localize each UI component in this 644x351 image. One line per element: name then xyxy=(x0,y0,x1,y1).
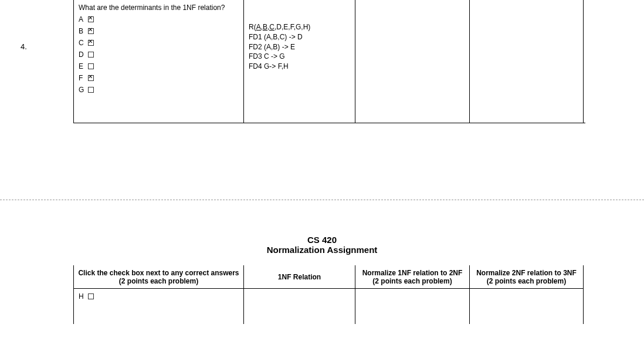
row-number: 4. xyxy=(21,42,27,51)
checkbox-h[interactable] xyxy=(88,293,94,299)
fd1: FD1 (A,B,C) -> D xyxy=(249,32,350,42)
option-a: A xyxy=(79,15,239,23)
page-bottom: CS 420 Normalization Assignment Click th… xyxy=(0,235,644,324)
header-checkbox-col: Click the check box next to any correct … xyxy=(73,265,243,289)
option-e: E xyxy=(79,62,239,70)
question-column: What are the determinants in the 1NF rel… xyxy=(73,0,243,123)
page-break xyxy=(0,200,644,200)
fd4: FD4 G-> F,H xyxy=(249,62,350,72)
body-1nf-col xyxy=(243,289,355,324)
header-row: Click the check box next to any correct … xyxy=(73,265,585,289)
header-2nf-col: Normalize 1NF relation to 2NF (2 points … xyxy=(355,265,469,289)
option-label: E xyxy=(79,62,87,70)
checkbox-b[interactable] xyxy=(88,28,94,34)
fd2: FD2 (A,B) -> E xyxy=(249,42,350,52)
option-d: D xyxy=(79,50,239,59)
problem-table: What are the determinants in the 1NF rel… xyxy=(73,0,585,123)
option-label: G xyxy=(79,86,87,94)
body-2nf-col xyxy=(355,289,469,324)
checkbox-f[interactable] xyxy=(88,75,94,81)
option-label: A xyxy=(79,15,87,23)
checkbox-a[interactable] xyxy=(88,16,94,22)
option-g: G xyxy=(79,86,239,94)
body-3nf-col xyxy=(469,289,584,324)
title-line-2: Normalization Assignment xyxy=(0,245,644,255)
option-label: H xyxy=(79,292,87,301)
question-text: What are the determinants in the 1NF rel… xyxy=(79,4,239,12)
option-h: H xyxy=(79,292,239,301)
relation-schema: R(A,B,C,D,E,F,G,H) xyxy=(249,22,350,32)
title-line-1: CS 420 xyxy=(0,235,644,245)
header-table: Click the check box next to any correct … xyxy=(73,265,585,324)
title-block: CS 420 Normalization Assignment xyxy=(0,235,644,255)
normalize-2nf-column xyxy=(355,0,469,123)
checkbox-g[interactable] xyxy=(88,87,94,93)
checkbox-e[interactable] xyxy=(88,63,94,69)
body-checkbox-col: H xyxy=(73,289,243,324)
body-row: H xyxy=(73,289,585,324)
fd3: FD3 C -> G xyxy=(249,52,350,62)
checkbox-c[interactable] xyxy=(88,40,94,46)
relation-column: R(A,B,C,D,E,F,G,H) FD1 (A,B,C) -> D FD2 … xyxy=(243,0,355,123)
fd-block: R(A,B,C,D,E,F,G,H) FD1 (A,B,C) -> D FD2 … xyxy=(249,4,350,72)
option-label: C xyxy=(79,39,87,47)
option-b: B xyxy=(79,27,239,35)
option-c: C xyxy=(79,39,239,47)
option-label: B xyxy=(79,27,87,35)
option-label: D xyxy=(79,50,87,59)
checkbox-d[interactable] xyxy=(88,52,94,58)
page-top: 4. What are the determinants in the 1NF … xyxy=(0,0,644,194)
normalize-3nf-column xyxy=(469,0,584,123)
header-3nf-col: Normalize 2NF relation to 3NF (2 points … xyxy=(469,265,584,289)
option-label: F xyxy=(79,74,87,82)
header-1nf-col: 1NF Relation xyxy=(243,265,355,289)
option-f: F xyxy=(79,74,239,82)
